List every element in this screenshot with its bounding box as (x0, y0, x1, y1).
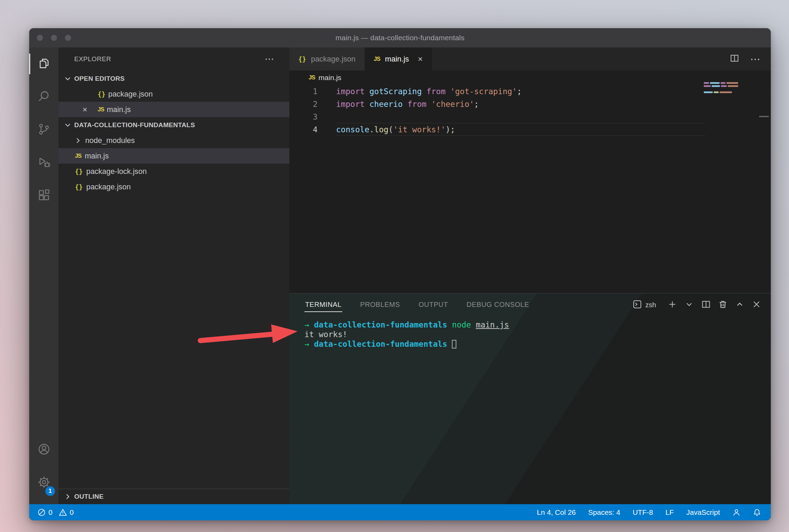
cursor-position[interactable]: Ln 4, Col 26 (537, 508, 576, 517)
json-file-icon: {} (75, 168, 83, 175)
new-terminal-icon[interactable] (668, 300, 677, 310)
language-mode[interactable]: JavaScript (686, 508, 720, 517)
json-file-icon: {} (298, 55, 306, 63)
close-panel-icon[interactable] (752, 300, 761, 310)
terminal-line: → data-collection-fundamentals (304, 339, 771, 349)
tab-package-json[interactable]: {} package.json (289, 47, 365, 70)
run-debug-activity-button[interactable] (29, 146, 58, 179)
close-tab-icon[interactable]: × (418, 54, 423, 64)
open-editors-section-header[interactable]: OPEN EDITORS (58, 71, 289, 86)
eol-sequence[interactable]: LF (665, 508, 674, 517)
tree-item-label: package.json (86, 182, 131, 191)
problems-errors-indicator[interactable]: 0 (37, 508, 53, 517)
open-editor-main-js[interactable]: × JS main.js (58, 102, 289, 117)
code-line[interactable]: 4console.log('it works!'); (289, 123, 771, 136)
terminal-profile-chevron-down-icon[interactable] (685, 300, 694, 310)
error-circle-icon (37, 508, 46, 517)
breadcrumb-file: main.js (319, 74, 342, 82)
code-line[interactable]: 3 (289, 110, 771, 123)
search-activity-button[interactable] (29, 80, 58, 113)
window-controls (37, 28, 71, 47)
overview-ruler-marker (759, 116, 769, 117)
sidebar-title: EXPLORER (74, 55, 265, 63)
minimize-window-button[interactable] (51, 35, 57, 41)
workspace-section-header[interactable]: DATA-COLLECTION-FUNDAMENTALS (58, 117, 289, 133)
tab-label: package.json (311, 55, 356, 64)
chevron-down-icon (63, 121, 72, 130)
tree-item-package-lock-json[interactable]: {} package-lock.json (58, 164, 289, 179)
json-file-icon: {} (98, 90, 105, 98)
js-file-icon: JS (374, 56, 380, 63)
line-text: console.log('it works!'); (318, 125, 455, 134)
panel-tab-debug-console[interactable]: DEBUG CONSOLE (466, 298, 530, 312)
explorer-activity-button[interactable] (29, 47, 58, 80)
tree-item-main-js[interactable]: JS main.js (58, 148, 289, 164)
editor-more-actions-icon[interactable]: ⋯ (750, 54, 760, 64)
line-number: 1 (289, 87, 318, 96)
split-editor-icon[interactable] (730, 54, 739, 64)
panel-header: TERMINAL PROBLEMS OUTPUT DEBUG CONSOLE z… (289, 293, 771, 317)
line-text: import gotScraping from 'got-scraping'; (318, 87, 522, 96)
vscode-window: main.js — data-collection-fundamentals (29, 28, 771, 520)
terminal-line: it works! (304, 330, 771, 339)
terminal-output[interactable]: → data-collection-fundamentals node main… (289, 317, 771, 349)
explorer-more-actions-icon[interactable]: ⋯ (265, 54, 274, 64)
panel-tab-output[interactable]: OUTPUT (418, 298, 449, 312)
line-text: → data-collection-fundamentals (304, 340, 456, 348)
accounts-button[interactable] (29, 433, 58, 466)
line-text: it works! (304, 330, 347, 339)
tree-item-label: package-lock.json (86, 167, 147, 176)
close-editor-icon[interactable]: × (82, 105, 95, 114)
js-file-icon: JS (309, 74, 315, 81)
extensions-activity-button[interactable] (29, 179, 58, 212)
terminal-shell-icon[interactable] (633, 300, 642, 310)
line-text: → data-collection-fundamentals node main… (304, 320, 509, 329)
settings-badge: 1 (45, 486, 55, 496)
terminal-panel: TERMINAL PROBLEMS OUTPUT DEBUG CONSOLE z… (289, 293, 771, 504)
tab-label: main.js (385, 55, 409, 64)
shell-name[interactable]: zsh (645, 301, 656, 309)
source-control-activity-button[interactable] (29, 113, 58, 146)
maximize-panel-chevron-up-icon[interactable] (735, 300, 744, 310)
indentation[interactable]: Spaces: 4 (588, 508, 620, 517)
js-file-icon: JS (75, 153, 81, 159)
tab-main-js[interactable]: JS main.js × (365, 47, 432, 70)
breadcrumb[interactable]: JS main.js (289, 70, 771, 85)
outline-section-header[interactable]: OUTLINE (58, 489, 289, 504)
editor-tabs-bar: {} package.json JS main.js × ⋯ (289, 47, 771, 70)
kill-terminal-trash-icon[interactable] (718, 300, 727, 310)
settings-button[interactable]: 1 (29, 466, 58, 499)
notifications-bell-icon[interactable] (753, 508, 761, 517)
files-icon (37, 57, 51, 71)
chevron-down-icon (63, 74, 72, 83)
line-number: 3 (289, 112, 318, 121)
js-file-icon: JS (98, 106, 104, 113)
terminal-line: → data-collection-fundamentals node main… (304, 320, 771, 330)
account-icon (37, 443, 51, 457)
tree-item-label: main.js (85, 152, 109, 160)
feedback-icon[interactable] (732, 508, 741, 517)
open-editor-package-json[interactable]: {} package.json (58, 86, 289, 102)
status-bar: 0 0 Ln 4, Col 26 Spaces: 4 UTF-8 LF Java… (29, 504, 771, 520)
code-editor[interactable]: JS main.js 1import gotScraping from 'got… (289, 70, 771, 293)
open-editor-label: package.json (108, 90, 153, 99)
encoding[interactable]: UTF-8 (633, 508, 653, 517)
panel-tab-problems[interactable]: PROBLEMS (359, 298, 401, 312)
close-window-button[interactable] (37, 35, 43, 41)
panel-tab-terminal[interactable]: TERMINAL (304, 298, 342, 312)
chevron-right-icon (63, 492, 72, 501)
line-number: 4 (289, 125, 318, 134)
code-line[interactable]: 2import cheerio from 'cheerio'; (289, 98, 771, 110)
title-bar[interactable]: main.js — data-collection-fundamentals (29, 28, 771, 47)
tree-item-label: node_modules (85, 136, 135, 145)
tree-item-node-modules[interactable]: node_modules (58, 133, 289, 148)
minimap[interactable] (704, 82, 738, 93)
zoom-window-button[interactable] (65, 35, 71, 41)
tree-item-package-json[interactable]: {} package.json (58, 179, 289, 195)
code-line[interactable]: 1import gotScraping from 'got-scraping'; (289, 85, 771, 98)
explorer-sidebar: EXPLORER ⋯ OPEN EDITORS {} package.json … (58, 47, 289, 504)
problems-warnings-indicator[interactable]: 0 (59, 508, 74, 517)
open-editor-label: main.js (107, 105, 131, 114)
activity-bar: 1 (29, 47, 58, 504)
split-terminal-icon[interactable] (701, 300, 711, 310)
